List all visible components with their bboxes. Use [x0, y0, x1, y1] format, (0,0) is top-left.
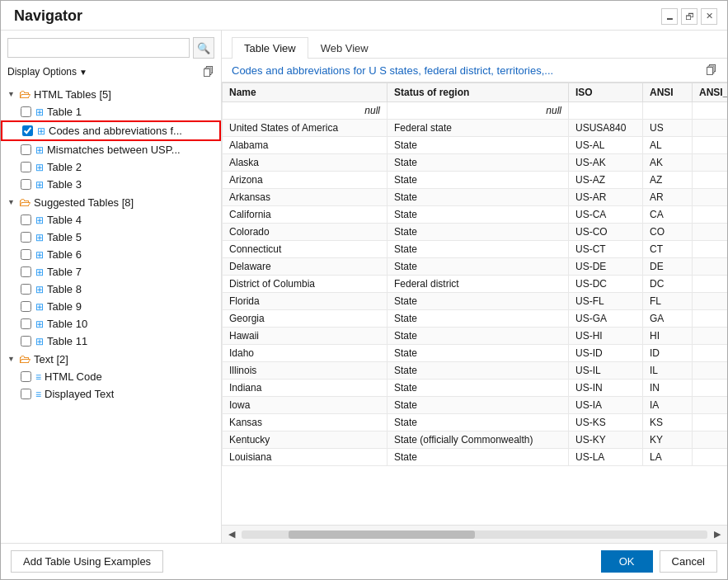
checkbox-table7[interactable]	[21, 266, 31, 277]
scroll-thumb[interactable]	[289, 530, 475, 539]
tree-item-table1[interactable]: ⊞Table 1	[1, 103, 221, 120]
cell-iso: USUSA840	[569, 120, 643, 137]
cell-iso: US-KY	[569, 431, 643, 449]
cell-status: State	[387, 449, 569, 466]
table-row[interactable]: ArkansasStateUS-ARAR	[223, 189, 728, 206]
tree-item-codes_abbr[interactable]: ⊞Codes and abbreviations f...	[1, 120, 221, 141]
cell-ansi1	[693, 120, 728, 137]
tree-item-table6[interactable]: ⊞Table 6	[1, 246, 221, 263]
export-icon[interactable]: 🗍	[706, 64, 717, 77]
checkbox-table3[interactable]	[21, 179, 31, 190]
checkbox-table10[interactable]	[21, 318, 31, 329]
cell-ansi1	[693, 258, 728, 276]
checkbox-table8[interactable]	[21, 284, 31, 295]
table-row[interactable]: IllinoisStateUS-ILIL	[223, 362, 728, 380]
tree-item-table10[interactable]: ⊞Table 10	[1, 315, 221, 332]
table-row[interactable]: GeorgiaStateUS-GAGA	[223, 310, 728, 328]
cell-ansi: IN	[643, 380, 693, 397]
cell-ansi1	[693, 276, 728, 293]
chevron-down-icon: ▼	[79, 68, 87, 77]
table-row[interactable]: KansasStateUS-KSKS	[223, 414, 728, 431]
scroll-left-arrow[interactable]: ◀	[225, 527, 238, 541]
tree-item-table5[interactable]: ⊞Table 5	[1, 229, 221, 246]
text-icon: ≡	[35, 389, 41, 400]
add-table-button[interactable]: Add Table Using Examples	[11, 550, 163, 573]
data-table: NameStatus of regionISOANSIANSI_1nullnul…	[222, 83, 727, 466]
checkbox-table4[interactable]	[21, 215, 31, 225]
tree-group-header-suggested_tables[interactable]: ▼🗁Suggested Tables [8]	[1, 193, 221, 211]
checkbox-table2[interactable]	[21, 162, 31, 172]
table-row[interactable]: IndianaStateUS-ININ	[223, 380, 728, 397]
close-button[interactable]: ✕	[701, 8, 717, 25]
table-row[interactable]: AlaskaStateUS-AKAK	[223, 154, 728, 172]
search-button[interactable]: 🔍	[193, 37, 214, 59]
tree-group-header-text[interactable]: ▼🗁Text [2]	[1, 350, 221, 368]
folder-icon: 🗁	[19, 352, 31, 365]
null-row: nullnull	[223, 102, 728, 120]
checkbox-table9[interactable]	[21, 301, 31, 312]
cell-ansi: CT	[643, 241, 693, 258]
tab-web_view[interactable]: Web View	[308, 37, 381, 59]
ok-button[interactable]: OK	[601, 550, 653, 573]
display-options-button[interactable]: Display Options ▼	[7, 66, 87, 78]
table-icon: ⊞	[35, 144, 44, 156]
table-row[interactable]: District of ColumbiaFederal districtUS-D…	[223, 276, 728, 293]
tree-item-displayed_text[interactable]: ≡Displayed Text	[1, 385, 221, 403]
cancel-button[interactable]: Cancel	[660, 550, 717, 573]
cell-name: California	[223, 206, 387, 224]
tree-item-table3[interactable]: ⊞Table 3	[1, 176, 221, 193]
checkbox-codes_abbr[interactable]	[22, 125, 33, 136]
checkbox-table1[interactable]	[21, 106, 31, 117]
cell-iso: US-HI	[569, 328, 643, 345]
horizontal-scrollbar[interactable]: ◀ ▶	[222, 525, 727, 543]
tree-item-table2[interactable]: ⊞Table 2	[1, 158, 221, 176]
tree-item-table8[interactable]: ⊞Table 8	[1, 281, 221, 298]
search-input[interactable]	[7, 38, 190, 58]
cell-name: Alaska	[223, 154, 387, 172]
table-row[interactable]: ArizonaStateUS-AZAZ	[223, 172, 728, 189]
checkbox-table5[interactable]	[21, 232, 31, 243]
tree-item-table7[interactable]: ⊞Table 7	[1, 263, 221, 281]
tree-item-table11[interactable]: ⊞Table 11	[1, 332, 221, 350]
cell-ansi: KS	[643, 414, 693, 431]
tree-item-table9[interactable]: ⊞Table 9	[1, 298, 221, 315]
table-wrap[interactable]: NameStatus of regionISOANSIANSI_1nullnul…	[222, 83, 727, 525]
cell-iso: US-IN	[569, 380, 643, 397]
tree-group-header-html_tables[interactable]: ▼🗁HTML Tables [5]	[1, 85, 221, 103]
table-row[interactable]: AlabamaStateUS-ALAL	[223, 137, 728, 154]
cell-name: Florida	[223, 293, 387, 310]
titlebar: Navigator 🗕 🗗 ✕	[1, 1, 727, 30]
scroll-right-arrow[interactable]: ▶	[711, 527, 724, 541]
tree-item-html_code[interactable]: ≡HTML Code	[1, 368, 221, 385]
item-label: Table 3	[47, 178, 82, 191]
table-row[interactable]: CaliforniaStateUS-CACA	[223, 206, 728, 224]
checkbox-html_code[interactable]	[21, 371, 31, 382]
table-row[interactable]: FloridaStateUS-FLFL	[223, 293, 728, 310]
table-row[interactable]: LouisianaStateUS-LALA	[223, 449, 728, 466]
cell-ansi1	[693, 137, 728, 154]
table-icon: ⊞	[35, 162, 44, 173]
checkbox-table6[interactable]	[21, 249, 31, 260]
table-row[interactable]: ColoradoStateUS-COCO	[223, 224, 728, 241]
tab-table_view[interactable]: Table View	[232, 37, 308, 59]
checkbox-displayed_text[interactable]	[21, 389, 31, 399]
minimize-button[interactable]: 🗕	[661, 8, 678, 25]
cell-ansi: FL	[643, 293, 693, 310]
tree-item-table4[interactable]: ⊞Table 4	[1, 211, 221, 229]
table-row[interactable]: United States of AmericaFederal stateUSU…	[223, 120, 728, 137]
table-row[interactable]: IdahoStateUS-IDID	[223, 345, 728, 362]
scroll-track[interactable]	[242, 530, 707, 539]
col-header-ansi: ANSI	[643, 83, 693, 102]
table-row[interactable]: HawaiiStateUS-HIHI	[223, 328, 728, 345]
table-row[interactable]: ConnecticutStateUS-CTCT	[223, 241, 728, 258]
table-row[interactable]: KentuckyState (officially Commonwealth)U…	[223, 431, 728, 449]
table-row[interactable]: IowaStateUS-IAIA	[223, 397, 728, 414]
checkbox-table11[interactable]	[21, 336, 31, 347]
table-row[interactable]: DelawareStateUS-DEDE	[223, 258, 728, 276]
restore-button[interactable]: 🗗	[681, 8, 697, 25]
tree-item-mismatches[interactable]: ⊞Mismatches between USP...	[1, 141, 221, 158]
col-header-status: Status of region	[387, 83, 569, 102]
preview-icon-button[interactable]: 🗍	[203, 65, 214, 78]
checkbox-mismatches[interactable]	[21, 144, 31, 155]
cell-name: Iowa	[223, 397, 387, 414]
